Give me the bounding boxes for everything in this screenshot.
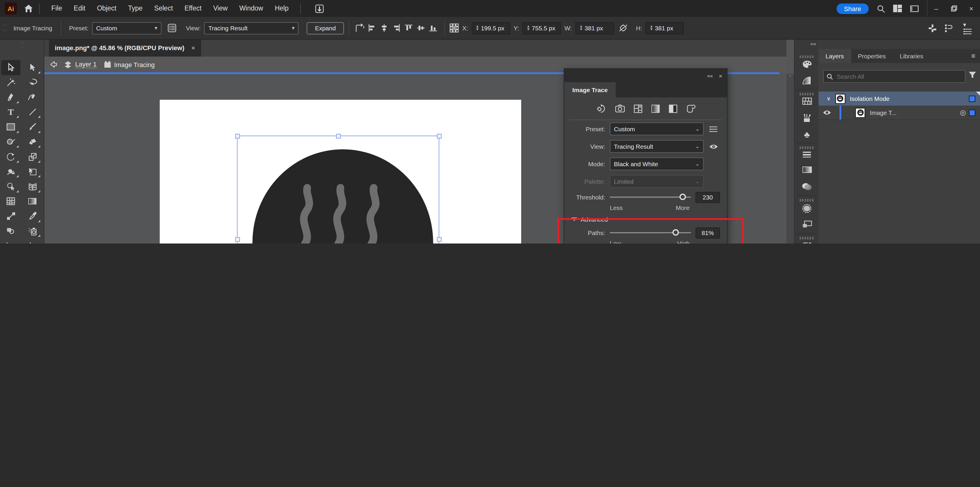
align-top-icon[interactable] (405, 24, 413, 32)
menu-type[interactable]: Type (122, 0, 148, 17)
view-eye-icon[interactable] (709, 143, 718, 150)
preset-menu-icon[interactable] (710, 126, 718, 132)
layer-thumbnail[interactable] (855, 108, 865, 118)
transparency-panel-icon[interactable] (795, 183, 819, 191)
threshold-slider[interactable] (610, 193, 691, 201)
back-arrow-icon[interactable] (49, 60, 58, 68)
align-bottom-icon[interactable] (429, 24, 437, 32)
color-panel-icon[interactable] (795, 60, 819, 68)
threshold-value[interactable]: 230 (695, 192, 720, 203)
align-center-icon[interactable] (380, 24, 388, 32)
selection-color-chip[interactable] (969, 109, 975, 116)
shape-properties-icon[interactable] (928, 24, 936, 32)
y-field[interactable]: ▲▼755.5 px (522, 22, 561, 34)
collapse-dock-icon[interactable]: «« (810, 41, 816, 47)
column-graph-tool[interactable] (1, 239, 21, 244)
eraser-tool[interactable] (23, 134, 42, 149)
layer-row-image-trace[interactable]: Image T... ◎ (819, 105, 980, 120)
layer-name[interactable]: Image T... (870, 109, 897, 116)
target-icon[interactable]: ◎ (960, 108, 966, 117)
selection-tool[interactable] (1, 60, 21, 75)
artboard-tool[interactable] (23, 239, 42, 244)
rotate-tool[interactable] (1, 149, 21, 164)
stroke-panel-icon[interactable] (795, 151, 819, 158)
menu-object[interactable]: Object (91, 0, 123, 17)
curvature-tool[interactable] (23, 90, 42, 105)
swatches-panel-icon[interactable] (795, 97, 819, 105)
type-tool[interactable]: T (1, 105, 21, 119)
scale-tool[interactable] (23, 149, 42, 164)
grayscale-preset-icon[interactable] (651, 104, 660, 113)
selection-bounding-box[interactable] (230, 129, 446, 244)
x-field[interactable]: ▲▼199.5 px (472, 22, 510, 34)
panel-title-bar[interactable]: «« × (564, 69, 727, 82)
align-left-icon[interactable] (368, 24, 376, 32)
mesh-tool[interactable] (1, 194, 21, 209)
document-tab-close-icon[interactable]: × (191, 45, 195, 51)
menu-effect[interactable]: Effect (179, 0, 207, 17)
symbols-panel-icon[interactable]: ♣ (795, 130, 819, 139)
tab-properties[interactable]: Properties (851, 49, 893, 63)
workspace-switcher-icon[interactable] (893, 5, 902, 12)
layers-search[interactable] (823, 70, 966, 83)
menu-help[interactable]: Help (269, 0, 294, 17)
paintbrush-tool[interactable] (23, 119, 42, 134)
menu-view[interactable]: View (207, 0, 233, 17)
pen-tool[interactable] (1, 90, 21, 105)
close-button[interactable]: × (963, 0, 980, 17)
gradient-panel-icon[interactable] (795, 166, 819, 173)
close-panel-icon[interactable]: × (719, 72, 722, 79)
share-button[interactable]: Share (836, 3, 869, 14)
minimize-button[interactable]: – (928, 0, 945, 17)
restore-button[interactable] (945, 0, 963, 17)
expand-button[interactable]: Expand (307, 22, 344, 34)
visibility-eye-icon[interactable] (822, 110, 831, 116)
symbol-sprayer-tool[interactable] (23, 224, 42, 239)
expand-chevron-icon[interactable]: ∨ (827, 95, 830, 102)
align-middle-icon[interactable] (417, 24, 425, 32)
shape-builder-tool[interactable] (1, 179, 21, 194)
document-tab[interactable]: image.png* @ 45.86 % (RGB/CPU Preview) × (49, 39, 201, 57)
color-guide-panel-icon[interactable] (795, 76, 819, 84)
auto-color-preset-icon[interactable] (596, 104, 606, 113)
touch-workspace-icon[interactable] (315, 4, 324, 13)
outline-preset-icon[interactable] (686, 104, 695, 113)
perspective-grid-tool[interactable] (23, 179, 42, 194)
h-field[interactable]: ▲▼381 px (646, 22, 684, 34)
view-dropdown[interactable]: Tracing Result▾ (204, 22, 299, 34)
appearance-panel-icon[interactable] (795, 204, 819, 213)
graphic-styles-panel-icon[interactable] (795, 220, 819, 228)
menu-select[interactable]: Select (148, 0, 179, 17)
reference-point-icon[interactable] (449, 23, 459, 33)
direct-selection-tool[interactable] (23, 60, 42, 75)
symbols-tool[interactable] (1, 224, 21, 239)
panel-menu-icon[interactable]: ≡ (971, 49, 975, 63)
constrain-proportions-icon[interactable] (619, 24, 628, 32)
export-panel-icon[interactable] (795, 242, 819, 244)
lasso-tool[interactable] (23, 75, 42, 90)
illustrator-logo-icon[interactable]: Ai (5, 2, 17, 14)
free-transform-icon[interactable] (354, 23, 366, 33)
image-trace-tab[interactable]: Image Trace (564, 82, 616, 97)
selection-color-chip[interactable] (969, 95, 975, 102)
shaper-tool[interactable] (1, 134, 21, 149)
isolate-icon[interactable] (945, 24, 955, 32)
menu-edit[interactable]: Edit (68, 0, 91, 17)
preset-dropdown[interactable]: Custom▾ (92, 22, 161, 34)
view-dropdown[interactable]: Tracing Result⌄ (610, 140, 704, 153)
search-icon[interactable] (877, 4, 885, 13)
high-color-preset-icon[interactable] (615, 104, 625, 113)
blend-tool[interactable] (1, 209, 21, 224)
free-transform-tool[interactable] (23, 164, 42, 179)
rectangle-tool[interactable] (1, 119, 21, 134)
breadcrumb-layer[interactable]: Layer 1 (75, 60, 97, 68)
mode-dropdown[interactable]: Black and White⌄ (610, 158, 704, 170)
search-input[interactable] (835, 72, 962, 81)
preset-dropdown[interactable]: Custom⌄ (610, 123, 704, 135)
line-segment-tool[interactable] (23, 105, 42, 119)
menu-window[interactable]: Window (234, 0, 269, 17)
menu-file[interactable]: File (46, 0, 68, 17)
low-color-preset-icon[interactable] (634, 104, 643, 113)
black-white-preset-icon[interactable] (669, 104, 678, 113)
width-tool[interactable] (1, 164, 21, 179)
